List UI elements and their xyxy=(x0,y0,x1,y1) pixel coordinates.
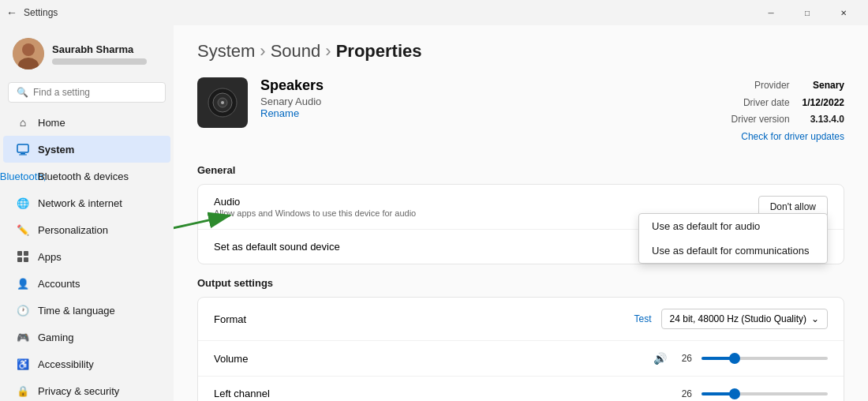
content-area: System › Sound › Properties Speakers Sen… xyxy=(174,25,868,401)
minimize-button[interactable]: ─ xyxy=(753,0,789,25)
user-profile: Saurabh Sharma xyxy=(0,32,174,82)
sidebar-item-network[interactable]: 🌐 Network & internet xyxy=(3,189,170,216)
svg-point-1 xyxy=(22,43,35,56)
sidebar-item-accounts[interactable]: 👤 Accounts xyxy=(3,270,170,297)
sidebar-item-accessibility[interactable]: ♿ Accessibility xyxy=(3,350,170,377)
maximize-button[interactable]: □ xyxy=(789,0,825,25)
sidebar-item-label: Accessibility xyxy=(38,358,94,370)
breadcrumb-sound[interactable]: Sound xyxy=(271,41,321,62)
sidebar-item-label: Apps xyxy=(38,251,62,263)
search-input[interactable] xyxy=(33,87,157,98)
rename-link[interactable]: Rename xyxy=(260,107,324,119)
close-button[interactable]: ✕ xyxy=(825,0,862,25)
home-icon: ⌂ xyxy=(16,115,30,129)
user-name: Saurabh Sharma xyxy=(52,43,147,55)
sidebar-item-gaming[interactable]: 🎮 Gaming xyxy=(3,324,170,350)
breadcrumb-sep1: › xyxy=(260,41,265,62)
search-icon: 🔍 xyxy=(17,87,28,98)
svg-rect-6 xyxy=(17,251,22,256)
format-label: Format xyxy=(214,313,634,325)
sidebar-item-label: Network & internet xyxy=(38,197,122,209)
driver-info: Provider Driver date Driver version Sena… xyxy=(731,77,844,145)
svg-rect-3 xyxy=(17,144,28,152)
personalization-icon: ✏️ xyxy=(16,223,30,237)
general-section-title: General xyxy=(197,164,844,176)
sidebar-item-home[interactable]: ⌂ Home xyxy=(3,109,170,136)
dropdown-item-default-comms[interactable]: Use as default for communications xyxy=(639,238,827,263)
breadcrumb-current: Properties xyxy=(336,41,422,62)
format-chevron-icon: ⌄ xyxy=(811,313,819,324)
test-button[interactable]: Test xyxy=(634,313,652,324)
driver-date-value: 1/12/2022 xyxy=(803,95,844,112)
svg-rect-4 xyxy=(21,153,25,155)
device-header: Speakers Senary Audio Rename Provider Dr… xyxy=(197,77,844,145)
avatar xyxy=(13,38,44,69)
sidebar-item-privacy[interactable]: 🔒 Privacy & security xyxy=(3,377,170,401)
provider-value: Senary xyxy=(803,77,844,95)
volume-label: Volume xyxy=(214,353,644,365)
sidebar-item-label: Time & language xyxy=(38,305,115,317)
svg-rect-9 xyxy=(24,257,28,262)
sidebar-item-time[interactable]: 🕐 Time & language xyxy=(3,297,170,324)
gaming-icon: 🎮 xyxy=(16,330,30,344)
format-value: 24 bit, 48000 Hz (Studio Quality) xyxy=(670,313,806,324)
format-row: Format Test 24 bit, 48000 Hz (Studio Qua… xyxy=(198,298,844,341)
accessibility-icon: ♿ xyxy=(16,357,30,371)
sidebar-item-label: Gaming xyxy=(38,332,74,343)
accounts-icon: 👤 xyxy=(16,276,30,290)
svg-rect-7 xyxy=(24,251,28,256)
left-channel-label: Left channel xyxy=(214,388,667,399)
svg-rect-5 xyxy=(19,155,27,156)
check-driver-link[interactable]: Check for driver updates xyxy=(741,131,844,142)
breadcrumb-sep2: › xyxy=(325,41,331,62)
breadcrumb: System › Sound › Properties xyxy=(197,41,844,62)
bluetooth-icon: Bluetooth; xyxy=(16,169,30,183)
back-icon[interactable]: ← xyxy=(6,6,17,19)
output-settings-title: Output settings xyxy=(197,277,844,289)
sidebar-item-system[interactable]: System xyxy=(3,136,170,163)
driver-version-label: Driver version xyxy=(731,111,790,129)
audio-dropdown-menu: Use as default for audio Use as default … xyxy=(638,213,828,264)
search-box[interactable]: 🔍 xyxy=(8,82,166,103)
window-title: Settings xyxy=(24,7,58,18)
privacy-icon: 🔒 xyxy=(16,384,30,398)
svg-point-13 xyxy=(221,101,224,104)
sidebar-item-label: Accounts xyxy=(38,278,80,290)
sidebar-item-bluetooth[interactable]: Bluetooth; Bluetooth & devices xyxy=(3,163,170,189)
audio-label: Audio xyxy=(214,196,758,208)
dropdown-item-default-audio[interactable]: Use as default for audio xyxy=(639,214,827,238)
device-info: Speakers Senary Audio Rename xyxy=(260,77,324,119)
sidebar-item-label: Privacy & security xyxy=(38,385,119,397)
volume-row: Volume 🔊 26 xyxy=(198,341,844,377)
device-icon xyxy=(197,77,248,128)
sidebar-item-apps[interactable]: Apps xyxy=(3,243,170,270)
volume-thumb[interactable] xyxy=(729,353,740,364)
left-channel-value: 26 xyxy=(676,388,692,399)
general-card: Audio Allow apps and Windows to use this… xyxy=(197,184,844,264)
user-subtitle xyxy=(52,58,147,65)
sidebar-item-label: Home xyxy=(38,117,65,129)
speaker-icon: 🔊 xyxy=(653,352,667,365)
breadcrumb-system[interactable]: System xyxy=(197,41,255,62)
left-channel-slider[interactable] xyxy=(702,392,828,395)
driver-version-value: 3.13.4.0 xyxy=(803,111,844,129)
output-settings-card: Format Test 24 bit, 48000 Hz (Studio Qua… xyxy=(197,297,844,401)
sidebar-item-label: System xyxy=(38,144,74,156)
apps-icon xyxy=(16,249,30,264)
left-channel-row: Left channel 26 xyxy=(198,377,844,401)
driver-date-label: Driver date xyxy=(731,95,790,112)
device-name: Speakers xyxy=(260,77,324,94)
time-icon: 🕐 xyxy=(16,303,30,317)
title-bar: ← Settings ─ □ ✕ xyxy=(0,0,868,25)
device-subtitle: Senary Audio xyxy=(260,96,324,107)
sidebar-item-label: Personalization xyxy=(38,224,108,236)
volume-slider[interactable] xyxy=(702,357,828,360)
sidebar: Saurabh Sharma 🔍 ⌂ Home System Bluetoo xyxy=(0,25,174,401)
volume-value: 26 xyxy=(676,353,692,364)
audio-row: Audio Allow apps and Windows to use this… xyxy=(198,185,844,230)
svg-rect-8 xyxy=(17,257,22,262)
format-select[interactable]: 24 bit, 48000 Hz (Studio Quality) ⌄ xyxy=(661,309,828,329)
left-channel-thumb[interactable] xyxy=(729,388,740,399)
sidebar-item-personalization[interactable]: ✏️ Personalization xyxy=(3,216,170,243)
network-icon: 🌐 xyxy=(16,196,30,210)
